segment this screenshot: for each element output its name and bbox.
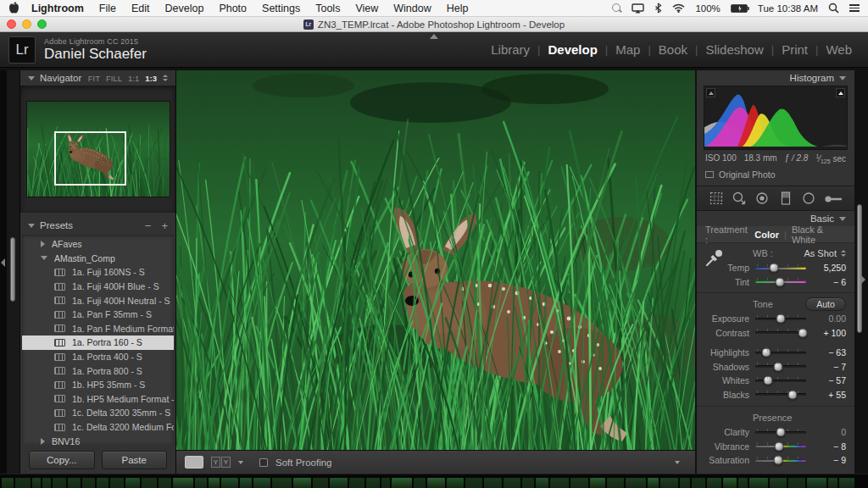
filmstrip-thumbnail[interactable] — [125, 478, 140, 488]
slider-value[interactable]: + 100 — [812, 328, 846, 338]
filmstrip-thumbnail[interactable] — [738, 478, 748, 488]
spot-removal-icon[interactable] — [731, 190, 748, 207]
navigator-header[interactable]: Navigator FIT FILL 1:1 1:3 — [20, 70, 175, 86]
auto-tone-button[interactable]: Auto — [805, 297, 846, 311]
histogram-collapse-icon[interactable] — [839, 76, 846, 80]
radial-filter-icon[interactable] — [800, 190, 817, 207]
remove-preset-button[interactable]: − — [145, 220, 152, 231]
menubar-clock[interactable]: Tue 10:38 AM — [758, 3, 818, 14]
filmstrip-thumbnail[interactable] — [707, 478, 721, 488]
toolbar-options-dropdown-icon[interactable] — [675, 461, 680, 464]
filmstrip-thumbnail[interactable] — [381, 478, 390, 488]
filmstrip-thumbnail[interactable] — [749, 478, 768, 488]
slider-value[interactable]: + 55 — [812, 390, 846, 400]
module-slideshow[interactable]: Slideshow — [698, 42, 771, 57]
slider-track[interactable] — [755, 365, 806, 368]
filmstrip-thumbnail[interactable] — [828, 478, 837, 488]
slider-thumb[interactable] — [776, 314, 786, 324]
menu-settings[interactable]: Settings — [254, 3, 308, 14]
menu-view[interactable]: View — [348, 3, 386, 14]
slider-value[interactable]: 5,250 — [812, 263, 846, 273]
filmstrip-thumbnail[interactable] — [590, 478, 605, 488]
filmstrip-thumbnail[interactable] — [465, 478, 482, 488]
preset-item-1a-portra-160-s[interactable]: 1a. Portra 160 - S — [22, 336, 174, 350]
paste-button[interactable]: Paste — [102, 451, 168, 469]
filmstrip-thumbnail[interactable] — [570, 478, 588, 488]
histogram-panel[interactable] — [704, 86, 848, 150]
filmstrip[interactable] — [0, 474, 868, 488]
filmstrip-thumbnail[interactable] — [723, 478, 737, 488]
menu-tools[interactable]: Tools — [308, 3, 348, 14]
graduated-filter-icon[interactable] — [777, 190, 794, 207]
histogram-header[interactable]: Histogram — [697, 70, 854, 86]
folder-collapsed-icon[interactable] — [41, 241, 45, 247]
slider-thumb[interactable] — [798, 328, 807, 337]
preset-item-1a-fuji-400h-blue-s[interactable]: 1a. Fuji 400H Blue - S — [22, 280, 174, 294]
slider-value[interactable]: 0 — [812, 427, 846, 437]
folder-collapsed-icon[interactable] — [41, 438, 45, 445]
filmstrip-thumbnail[interactable] — [221, 478, 238, 488]
soft-proofing-checkbox[interactable] — [259, 458, 268, 467]
filmstrip-thumbnail[interactable] — [15, 478, 31, 488]
filmstrip-thumbnail[interactable] — [550, 478, 569, 488]
slider-thumb[interactable] — [787, 390, 797, 399]
wb-preset-select[interactable]: As Shot — [804, 248, 846, 258]
filmstrip-thumbnail[interactable] — [607, 478, 624, 488]
filmstrip-thumbnail[interactable] — [82, 478, 95, 488]
adjustment-brush-icon[interactable] — [823, 190, 843, 207]
bluetooth-icon[interactable] — [654, 3, 662, 14]
filmstrip-thumbnail[interactable] — [484, 478, 502, 488]
filmstrip-thumbnail[interactable] — [240, 478, 252, 488]
preset-item-1c-delta-3200-35mm-s[interactable]: 1c. Delta 3200 35mm - S — [22, 406, 174, 420]
filmstrip-thumbnail[interactable] — [53, 478, 66, 488]
navigator-zoom-rectangle[interactable] — [54, 131, 126, 186]
left-panel-collapse-arrow[interactable] — [1, 258, 5, 267]
module-develop[interactable]: Develop — [541, 42, 605, 57]
zoom-ratio-stepper[interactable] — [163, 75, 168, 81]
zoom-window-button[interactable] — [37, 19, 47, 29]
filmstrip-thumbnail[interactable] — [648, 478, 659, 488]
shadow-clipping-button[interactable] — [706, 88, 715, 97]
preset-item-1a-fuji-400h-neutral-s[interactable]: 1a. Fuji 400H Neutral - S — [22, 293, 174, 308]
menu-develop[interactable]: Develop — [158, 3, 212, 14]
slider-track[interactable] — [755, 431, 806, 434]
slider-thumb[interactable] — [776, 428, 786, 437]
filmstrip-thumbnail[interactable] — [427, 478, 445, 488]
preset-folder-amastin-comp[interactable]: AMastin_Comp — [22, 252, 174, 266]
top-panel-collapse-arrow[interactable] — [430, 34, 438, 39]
slider-track[interactable] — [755, 393, 806, 396]
loupe-view-icon[interactable] — [185, 456, 203, 469]
treatment-color-option[interactable]: Color — [754, 230, 779, 240]
menu-photo[interactable]: Photo — [211, 3, 254, 14]
filmstrip-thumbnail[interactable] — [293, 478, 311, 488]
slider-track[interactable] — [755, 280, 806, 283]
preset-item-1a-portra-400-s[interactable]: 1a. Portra 400 - S — [22, 350, 174, 364]
zoom-fit[interactable]: FIT — [88, 74, 100, 83]
filmstrip-thumbnail[interactable] — [349, 478, 364, 488]
basic-collapse-icon[interactable] — [839, 217, 846, 221]
slider-track[interactable] — [755, 445, 806, 447]
filmstrip-thumbnail[interactable] — [807, 478, 826, 488]
slider-value[interactable]: − 63 — [812, 347, 846, 358]
filmstrip-thumbnail[interactable] — [504, 478, 520, 488]
slider-thumb[interactable] — [769, 263, 778, 273]
slider-thumb[interactable] — [775, 277, 784, 286]
slider-thumb[interactable] — [774, 441, 783, 451]
filmstrip-thumbnail[interactable] — [142, 478, 157, 488]
filmstrip-thumbnail[interactable] — [110, 478, 124, 488]
menu-window[interactable]: Window — [386, 3, 438, 14]
menu-edit[interactable]: Edit — [124, 3, 158, 14]
spotlight-search-icon[interactable] — [828, 3, 839, 14]
add-preset-button[interactable]: + — [161, 220, 168, 231]
right-panel-collapse-arrow[interactable] — [861, 275, 865, 284]
menu-help[interactable]: Help — [439, 3, 476, 14]
folder-expanded-icon[interactable] — [41, 256, 47, 260]
crop-overlay-icon[interactable] — [708, 190, 725, 207]
slider-track[interactable] — [755, 459, 806, 462]
close-window-button[interactable] — [7, 19, 16, 29]
treatment-bw-option[interactable]: Black & White — [792, 225, 846, 245]
zoom-fill[interactable]: FILL — [106, 74, 122, 83]
slider-value[interactable]: − 9 — [812, 455, 846, 465]
filmstrip-thumbnail[interactable] — [522, 478, 534, 488]
slider-track[interactable] — [755, 331, 806, 334]
